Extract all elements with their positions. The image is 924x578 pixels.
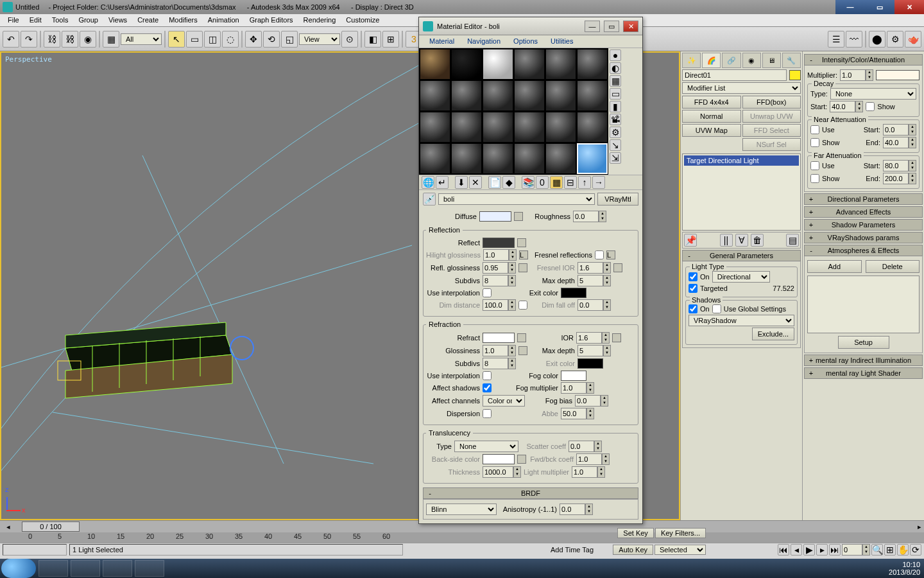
brdf-rollout-hdr[interactable]: -BRDF <box>423 487 638 499</box>
task-explorer[interactable] <box>38 560 68 577</box>
video-color-button[interactable]: ▮ <box>610 101 621 112</box>
dimfall-spinner[interactable]: ▲▼ <box>578 299 611 311</box>
system-tray[interactable]: 10:10 2013/8/20 <box>889 561 920 576</box>
stack-item[interactable]: Target Directional Light <box>684 155 799 166</box>
ffdbox-btn[interactable]: FFD(box) <box>742 96 801 109</box>
material-type-button[interactable]: VRayMtl <box>597 193 638 206</box>
mrii-hdr[interactable]: +mental ray Indirect Illumination <box>804 355 923 366</box>
slot-22[interactable] <box>514 143 545 174</box>
atmos-setup-btn[interactable]: Setup <box>838 336 889 349</box>
sample-type-button[interactable]: ● <box>610 49 621 61</box>
move-button[interactable]: ✥ <box>245 31 262 48</box>
tab-create[interactable]: ✨ <box>682 53 701 68</box>
slot-24[interactable] <box>577 143 608 174</box>
scatter-spinner[interactable]: ▲▼ <box>569 441 602 452</box>
tab-motion[interactable]: ◉ <box>742 53 761 68</box>
slot-5[interactable] <box>545 49 576 80</box>
fresnelior-spinner[interactable]: ▲▼ <box>578 262 611 274</box>
next-frame-button[interactable]: ▸ <box>816 544 828 556</box>
useglobal-checkbox[interactable] <box>712 304 721 313</box>
lmult-spinner[interactable]: ▲▼ <box>572 466 605 478</box>
current-frame-spinner[interactable]: ▲▼ <box>842 544 870 556</box>
refr-subdivs-spinner[interactable]: ▲▼ <box>483 358 516 369</box>
options-icon[interactable]: ⚙ <box>610 127 621 138</box>
decay-start-spinner[interactable]: ▲▼ <box>830 101 863 112</box>
prev-frame-button[interactable]: ◂ <box>791 544 802 556</box>
mrls-hdr[interactable]: +mental ray Light Shader <box>804 367 923 379</box>
refl-maxdepth-spinner[interactable]: ▲▼ <box>578 275 611 286</box>
selection-filter-select[interactable]: All <box>121 33 162 45</box>
get-material-button[interactable]: 🌐 <box>422 176 434 189</box>
me-menu-navigation[interactable]: Navigation <box>461 35 507 48</box>
keymode-select[interactable]: Selected <box>654 545 706 555</box>
make-preview-button[interactable]: 📽 <box>610 114 621 125</box>
zoom-all-button[interactable]: ⊞ <box>884 544 896 556</box>
window-maximize-button[interactable]: ▭ <box>865 0 894 14</box>
ffd4-btn[interactable]: FFD 4x4x4 <box>682 96 741 109</box>
light-type-select[interactable]: Directional <box>712 271 770 283</box>
add-time-tag[interactable]: Add Time Tag <box>551 546 594 554</box>
adveff-hdr[interactable]: +Advanced Effects <box>804 206 923 218</box>
refract-map[interactable] <box>517 333 526 342</box>
near-start-spinner[interactable]: ▲▼ <box>883 124 916 136</box>
goto-start-button[interactable]: ⏮ <box>778 544 789 556</box>
slot-3[interactable] <box>483 49 513 80</box>
diffuse-color[interactable] <box>479 211 511 222</box>
normal-btn[interactable]: Normal <box>682 110 741 123</box>
transl-type-select[interactable]: None <box>454 441 518 452</box>
fogbias-spinner[interactable]: ▲▼ <box>575 395 608 407</box>
refr-interp-chk[interactable] <box>483 371 492 380</box>
refr-exit-color[interactable] <box>578 358 603 369</box>
time-slider-handle[interactable]: 0 / 100 <box>22 521 80 532</box>
unwrap-btn[interactable]: Unwrap UVW <box>742 110 801 123</box>
slot-17[interactable] <box>545 112 576 143</box>
me-min-button[interactable]: — <box>585 21 600 32</box>
dirparams-hdr[interactable]: +Directional Parameters <box>804 193 923 205</box>
light-color-swatch[interactable] <box>876 70 920 80</box>
near-end-spinner[interactable]: ▲▼ <box>883 137 916 148</box>
select-object-button[interactable]: ↖ <box>168 31 185 48</box>
put-to-scene-button[interactable]: ↵ <box>436 176 449 189</box>
refr-gloss-spinner[interactable]: ▲▼ <box>483 345 516 356</box>
make-unique-mat-button[interactable]: ◆ <box>502 176 515 189</box>
autokey-button[interactable]: Auto Key <box>613 545 653 555</box>
tab-display[interactable]: 🖥 <box>762 53 781 68</box>
ref-coord-select[interactable]: View <box>299 33 340 45</box>
atmos-list[interactable] <box>807 276 920 333</box>
keyfilters-button[interactable]: Key Filters... <box>655 528 706 538</box>
exit-color[interactable] <box>561 288 586 298</box>
rotate-button[interactable]: ⟲ <box>263 31 280 48</box>
remove-mod-button[interactable]: 🗑 <box>751 234 764 247</box>
window-close-button[interactable]: ✕ <box>894 0 924 14</box>
sample-uv-button[interactable]: ▭ <box>610 88 621 100</box>
far-show-chk[interactable] <box>810 174 819 183</box>
slot-21[interactable] <box>483 143 513 174</box>
material-name-select[interactable]: boli <box>438 193 595 205</box>
render-setup-button[interactable]: ⚙ <box>887 31 903 48</box>
menu-modifiers[interactable]: Modifiers <box>164 14 203 26</box>
affect-shadows-chk[interactable] <box>483 383 492 392</box>
me-menu-material[interactable]: Material <box>423 35 461 48</box>
menu-rendering[interactable]: Rendering <box>298 14 341 26</box>
dispersion-chk[interactable] <box>483 409 492 418</box>
undo-button[interactable]: ↶ <box>3 31 19 48</box>
select-region-button[interactable]: ◫ <box>204 31 221 48</box>
object-color-swatch[interactable] <box>789 70 801 80</box>
zoom-button[interactable]: 🔍 <box>871 544 883 556</box>
far-end-spinner[interactable]: ▲▼ <box>883 173 916 184</box>
material-id-button[interactable]: 0 <box>536 176 549 189</box>
render-button[interactable]: 🫖 <box>905 31 921 48</box>
selection-filter-button[interactable]: ▦ <box>103 31 119 48</box>
brdf-select[interactable]: Blinn <box>426 504 497 515</box>
me-close-button[interactable]: ✕ <box>623 21 638 32</box>
aniso-spinner[interactable]: ▲▼ <box>560 504 593 515</box>
fresnel-chk[interactable] <box>595 250 604 259</box>
reset-button[interactable]: ✕ <box>469 176 482 189</box>
roughness-spinner[interactable]: ▲▼ <box>573 211 606 222</box>
show-end-result-mat-button[interactable]: ⊟ <box>564 176 577 189</box>
atmos-hdr[interactable]: -Atmospheres & Effects <box>804 245 923 256</box>
slot-6[interactable] <box>577 49 608 80</box>
scale-button[interactable]: ◱ <box>281 31 298 48</box>
task-3dsmax[interactable] <box>103 560 132 577</box>
shadparams-hdr[interactable]: +Shadow Parameters <box>804 219 923 231</box>
